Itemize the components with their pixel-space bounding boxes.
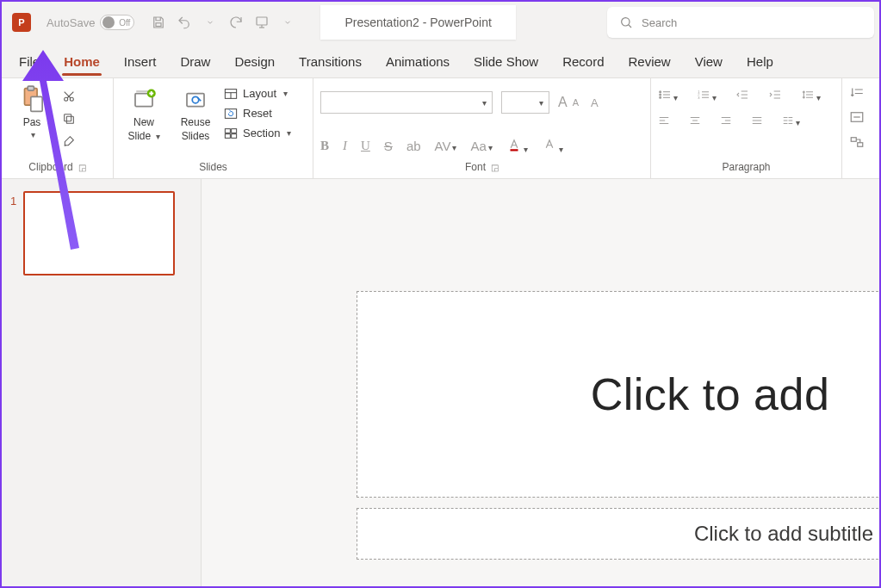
search-box[interactable]: Search bbox=[607, 7, 874, 38]
subtitle-placeholder-text: Click to add subtitle bbox=[694, 522, 873, 546]
svg-text:3: 3 bbox=[698, 96, 700, 100]
underline-button[interactable]: U bbox=[361, 139, 370, 153]
strikethrough-button[interactable]: S bbox=[384, 139, 393, 153]
decrease-indent-button[interactable] bbox=[735, 89, 749, 103]
text-shadow-button[interactable]: ab bbox=[406, 139, 421, 153]
reuse-slides-button[interactable]: Reuse Slides bbox=[172, 85, 219, 142]
align-right-button[interactable] bbox=[720, 115, 732, 128]
svg-rect-15 bbox=[225, 108, 236, 118]
svg-rect-28 bbox=[851, 138, 856, 142]
numbering-button[interactable]: 123▾ bbox=[697, 89, 717, 103]
tab-file[interactable]: File bbox=[7, 47, 52, 77]
tab-view[interactable]: View bbox=[683, 47, 735, 77]
svg-point-22 bbox=[660, 94, 661, 96]
svg-point-2 bbox=[622, 18, 630, 26]
font-size-select[interactable]: ▾ bbox=[501, 91, 549, 114]
undo-dropdown-icon[interactable] bbox=[202, 14, 219, 31]
section-icon bbox=[224, 127, 238, 139]
reset-icon bbox=[224, 108, 238, 120]
title-bar: P AutoSave Off Presentation2 - PowerPoin… bbox=[2, 2, 879, 43]
reset-button[interactable]: Reset bbox=[224, 107, 291, 120]
svg-rect-16 bbox=[225, 128, 230, 133]
justify-button[interactable] bbox=[751, 115, 763, 128]
undo-icon[interactable] bbox=[176, 14, 193, 31]
slide-canvas[interactable]: Click to add Click to add subtitle bbox=[202, 179, 879, 586]
thumbnail-row[interactable]: 1 bbox=[10, 191, 192, 275]
clipboard-launcher-icon[interactable]: ◲ bbox=[78, 163, 86, 172]
clear-formatting-button[interactable]: A bbox=[591, 96, 599, 109]
chevron-down-icon: ▾ bbox=[482, 98, 487, 108]
svg-rect-19 bbox=[232, 133, 237, 138]
title-placeholder[interactable]: Click to add bbox=[357, 291, 879, 498]
qat-more-icon[interactable] bbox=[279, 14, 296, 31]
group-clipboard-label: Clipboard bbox=[28, 161, 72, 173]
reuse-slides-label-bottom: Slides bbox=[182, 130, 210, 142]
font-color-button[interactable]: ▾ bbox=[506, 137, 528, 155]
font-launcher-icon[interactable]: ◲ bbox=[491, 163, 499, 172]
text-direction-icon[interactable] bbox=[849, 85, 865, 102]
new-slide-dropdown-icon[interactable]: ▾ bbox=[156, 132, 160, 141]
layout-label: Layout bbox=[243, 87, 276, 100]
svg-rect-29 bbox=[858, 143, 863, 147]
columns-button[interactable]: ▾ bbox=[782, 115, 800, 128]
tab-slideshow[interactable]: Slide Show bbox=[462, 47, 550, 77]
paste-button[interactable]: Pas ▾ bbox=[9, 85, 55, 139]
subtitle-placeholder[interactable]: Click to add subtitle bbox=[357, 508, 879, 560]
align-left-button[interactable] bbox=[658, 115, 670, 128]
svg-rect-20 bbox=[510, 149, 518, 151]
format-painter-icon[interactable] bbox=[60, 133, 78, 149]
change-case-button[interactable]: Aa▾ bbox=[470, 139, 492, 153]
tab-review[interactable]: Review bbox=[617, 47, 683, 77]
align-center-button[interactable] bbox=[689, 115, 701, 128]
new-slide-button[interactable]: New Slide ▾ bbox=[121, 85, 167, 142]
bold-button[interactable]: B bbox=[320, 139, 329, 153]
tab-draw[interactable]: Draw bbox=[168, 47, 222, 77]
increase-indent-button[interactable] bbox=[768, 89, 782, 103]
autosave-toggle[interactable]: AutoSave Off bbox=[47, 15, 134, 30]
char-spacing-button[interactable]: AV▾ bbox=[435, 139, 457, 153]
slide-number: 1 bbox=[10, 191, 16, 275]
tab-transitions[interactable]: Transitions bbox=[287, 47, 374, 77]
grow-font-button[interactable]: A bbox=[558, 95, 568, 110]
group-editing-sidebar bbox=[842, 78, 868, 178]
svg-rect-4 bbox=[28, 86, 34, 90]
paste-dropdown-icon[interactable]: ▾ bbox=[31, 130, 35, 139]
tab-design[interactable]: Design bbox=[222, 47, 287, 77]
toggle-switch[interactable]: Off bbox=[100, 15, 134, 30]
save-icon[interactable] bbox=[150, 14, 167, 31]
svg-rect-18 bbox=[225, 133, 230, 138]
group-paragraph-label: Paragraph bbox=[658, 159, 834, 176]
highlight-color-button[interactable]: ▾ bbox=[542, 137, 563, 155]
svg-point-23 bbox=[660, 96, 661, 98]
search-placeholder: Search bbox=[642, 16, 677, 29]
toggle-knob bbox=[102, 16, 115, 28]
tab-animations[interactable]: Animations bbox=[374, 47, 462, 77]
reuse-slides-label-top: Reuse bbox=[181, 116, 211, 128]
tab-insert[interactable]: Insert bbox=[112, 47, 169, 77]
slide-thumbnail-pane[interactable]: 1 bbox=[2, 179, 202, 586]
tab-record[interactable]: Record bbox=[550, 47, 616, 77]
svg-rect-9 bbox=[65, 115, 71, 121]
title-placeholder-text: Click to add bbox=[591, 368, 830, 420]
section-button[interactable]: Section▾ bbox=[224, 127, 291, 139]
slide-thumbnail[interactable] bbox=[23, 191, 175, 275]
copy-icon[interactable] bbox=[60, 111, 78, 127]
group-clipboard: Pas ▾ Clipboard ◲ bbox=[2, 78, 114, 178]
slideshow-from-start-icon[interactable] bbox=[253, 14, 270, 31]
italic-button[interactable]: I bbox=[343, 139, 347, 153]
layout-button[interactable]: Layout▾ bbox=[224, 87, 291, 100]
smartart-icon[interactable] bbox=[849, 135, 865, 152]
shrink-font-button[interactable]: A bbox=[573, 97, 579, 108]
tab-help[interactable]: Help bbox=[735, 47, 785, 77]
cut-icon[interactable] bbox=[60, 89, 78, 104]
bullets-button[interactable]: ▾ bbox=[658, 89, 678, 103]
font-face-select[interactable]: ▾ bbox=[320, 91, 493, 114]
window-title: Presentation2 - PowerPoint bbox=[320, 5, 515, 40]
redo-icon[interactable] bbox=[227, 14, 245, 31]
app-icon: P bbox=[12, 13, 31, 32]
svg-rect-5 bbox=[31, 96, 42, 111]
line-spacing-button[interactable]: ▾ bbox=[801, 89, 821, 103]
tab-home[interactable]: Home bbox=[52, 47, 112, 77]
paste-icon bbox=[17, 85, 47, 115]
align-text-icon[interactable] bbox=[849, 110, 865, 127]
